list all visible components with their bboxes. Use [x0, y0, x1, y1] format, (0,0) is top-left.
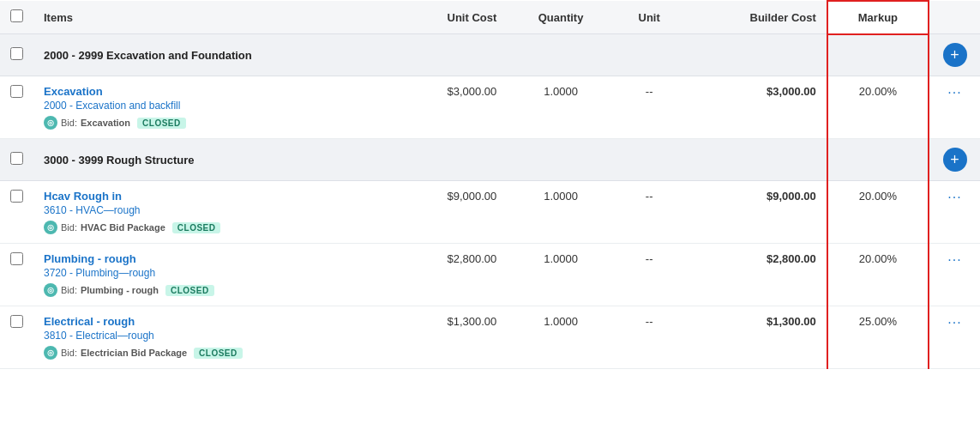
group-markup-cell [827, 139, 929, 181]
item-actions-button[interactable]: ··· [947, 85, 961, 100]
item-checkbox[interactable] [10, 252, 23, 265]
item-quantity: 1.0000 [507, 306, 615, 369]
bid-label: Bid: [61, 118, 77, 128]
bid-label: Bid: [61, 285, 77, 295]
item-builder-cost: $3,000.00 [683, 76, 827, 139]
item-quantity: 1.0000 [507, 181, 615, 244]
item-actions-button[interactable]: ··· [947, 252, 961, 267]
closed-badge: CLOSED [172, 222, 221, 233]
item-actions-cell: ··· [929, 181, 980, 244]
item-actions-cell: ··· [929, 244, 980, 306]
item-unit: -- [615, 306, 684, 369]
item-unit: -- [615, 181, 684, 244]
bid-name: Excavation [81, 118, 130, 128]
bid-label: Bid: [61, 222, 77, 233]
item-unit-cost: $1,300.00 [392, 306, 507, 369]
header-builder-cost: Builder Cost [683, 1, 827, 34]
header-checkbox-col [0, 1, 33, 34]
item-builder-cost: $9,000.00 [683, 181, 827, 244]
item-quantity: 1.0000 [507, 244, 615, 306]
header-quantity: Quantity [507, 1, 615, 34]
item-markup[interactable]: 20.00% [827, 181, 929, 244]
group-row: 3000 - 3999 Rough Structure + [0, 139, 980, 181]
item-sub[interactable]: 3610 - HVAC—rough [44, 204, 382, 216]
item-unit: -- [615, 244, 684, 306]
group-label: 3000 - 3999 Rough Structure [33, 139, 827, 181]
item-checkbox[interactable] [10, 85, 23, 98]
group-markup-cell [827, 34, 929, 76]
item-row: Plumbing - rough 3720 - Plumbing—rough ◎… [0, 244, 980, 306]
item-name[interactable]: Plumbing - rough [44, 252, 382, 265]
item-builder-cost: $2,800.00 [683, 244, 827, 306]
header-unit: Unit [615, 1, 684, 34]
group-add-cell: + [929, 34, 980, 76]
item-actions-cell: ··· [929, 76, 980, 139]
item-row: Electrical - rough 3810 - Electrical—rou… [0, 306, 980, 369]
item-markup[interactable]: 25.00% [827, 306, 929, 369]
group-checkbox[interactable] [10, 47, 23, 60]
item-info-cell: Plumbing - rough 3720 - Plumbing—rough ◎… [33, 244, 392, 306]
group-label: 2000 - 2999 Excavation and Foundation [33, 34, 827, 76]
item-info-cell: Excavation 2000 - Excavation and backfil… [33, 76, 392, 139]
item-unit-cost: $2,800.00 [392, 244, 507, 306]
group-checkbox[interactable] [10, 152, 23, 165]
header-actions [929, 1, 980, 34]
item-unit: -- [615, 76, 684, 139]
header-unit-cost: Unit Cost [392, 1, 507, 34]
cost-table: Items Unit Cost Quantity Unit Builder Co… [0, 0, 980, 369]
bid-icon: ◎ [44, 283, 57, 297]
item-checkbox-cell [0, 181, 33, 244]
group-add-cell: + [929, 139, 980, 181]
item-checkbox[interactable] [10, 315, 23, 328]
bid-icon: ◎ [44, 116, 57, 130]
bid-label: Bid: [61, 348, 77, 358]
item-row: Hcav Rough in 3610 - HVAC—rough ◎ Bid: H… [0, 181, 980, 244]
closed-badge: CLOSED [165, 285, 214, 296]
item-checkbox-cell [0, 76, 33, 139]
bid-icon: ◎ [44, 221, 57, 234]
item-builder-cost: $1,300.00 [683, 306, 827, 369]
item-name[interactable]: Excavation [44, 85, 382, 98]
item-actions-cell: ··· [929, 306, 980, 369]
item-quantity: 1.0000 [507, 76, 615, 139]
item-checkbox[interactable] [10, 190, 23, 203]
bid-name: Electrician Bid Package [81, 348, 187, 358]
item-sub[interactable]: 3810 - Electrical—rough [44, 330, 382, 342]
item-name[interactable]: Electrical - rough [44, 315, 382, 328]
item-sub[interactable]: 3720 - Plumbing—rough [44, 267, 382, 279]
bid-name: Plumbing - rough [81, 285, 159, 295]
bid-tag: ◎ Bid: HVAC Bid Package CLOSED [44, 221, 220, 234]
add-item-button[interactable]: + [943, 148, 967, 172]
item-actions-button[interactable]: ··· [947, 315, 961, 330]
bid-tag: ◎ Bid: Plumbing - rough CLOSED [44, 283, 214, 297]
item-checkbox-cell [0, 244, 33, 306]
bid-icon: ◎ [44, 346, 57, 360]
item-checkbox-cell [0, 306, 33, 369]
item-markup[interactable]: 20.00% [827, 76, 929, 139]
item-sub[interactable]: 2000 - Excavation and backfill [44, 100, 382, 112]
item-info-cell: Electrical - rough 3810 - Electrical—rou… [33, 306, 392, 369]
bid-tag: ◎ Bid: Electrician Bid Package CLOSED [44, 346, 243, 360]
add-item-button[interactable]: + [943, 43, 967, 67]
item-unit-cost: $3,000.00 [392, 76, 507, 139]
select-all-checkbox[interactable] [10, 9, 23, 22]
item-actions-button[interactable]: ··· [947, 190, 961, 204]
header-items: Items [33, 1, 392, 34]
item-unit-cost: $9,000.00 [392, 181, 507, 244]
closed-badge: CLOSED [137, 118, 186, 129]
item-name[interactable]: Hcav Rough in [44, 190, 382, 203]
group-checkbox-cell [0, 34, 33, 76]
header-markup: Markup [827, 1, 929, 34]
bid-name: HVAC Bid Package [81, 222, 165, 233]
item-info-cell: Hcav Rough in 3610 - HVAC—rough ◎ Bid: H… [33, 181, 392, 244]
group-checkbox-cell [0, 139, 33, 181]
item-row: Excavation 2000 - Excavation and backfil… [0, 76, 980, 139]
group-row: 2000 - 2999 Excavation and Foundation + [0, 34, 980, 76]
closed-badge: CLOSED [194, 348, 243, 359]
bid-tag: ◎ Bid: Excavation CLOSED [44, 116, 186, 130]
item-markup[interactable]: 20.00% [827, 244, 929, 306]
